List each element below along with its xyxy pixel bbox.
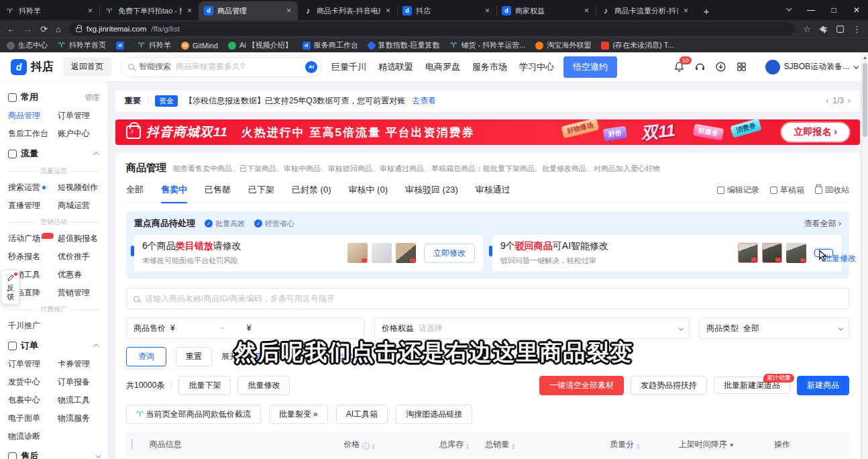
browser-tab[interactable]: ♪商品卡列表-抖音电商罗盘× — [298, 1, 397, 20]
sidebar-item-price-push[interactable]: 优价推手 — [58, 251, 99, 262]
browser-tab[interactable]: ♪商品卡流量分析-抖音电商罗盘× — [596, 1, 695, 20]
tab-off-shelf[interactable]: 已下架 — [248, 184, 274, 196]
sidebar-item-ship-center[interactable]: 发货中心 — [8, 376, 58, 388]
sidebar-item-logistics-tools[interactable]: 物流工具 — [58, 395, 99, 406]
doudian-logo[interactable]: d抖店 — [11, 59, 54, 75]
browser-tab[interactable]: ♈抖羚羊× — [0, 1, 99, 20]
sidebar-item-order-report[interactable]: 订单报备 — [58, 376, 99, 388]
col-quality[interactable]: 质量分▲▼ — [610, 439, 678, 450]
page-scrollbar[interactable]: ▲ — [861, 52, 868, 459]
wukong-invite-button[interactable]: 悟空邀约 — [563, 56, 617, 78]
ai-toolbox-button[interactable]: AI工具箱 — [336, 405, 388, 424]
product-type-select[interactable]: 商品类型 全部 — [699, 317, 849, 339]
drafts-link[interactable]: 草稿箱 — [770, 185, 804, 196]
create-product-button[interactable]: 新建商品 — [797, 376, 849, 395]
nav-link-learning[interactable]: 学习中心 — [519, 61, 554, 73]
new-tab-button[interactable]: + — [698, 2, 715, 19]
ai-search-icon[interactable]: AI — [305, 61, 317, 73]
pager-prev-icon[interactable]: ‹ — [826, 96, 828, 105]
col-stock[interactable]: 总库存▲▼ — [439, 439, 485, 450]
select-all-checkbox[interactable] — [131, 439, 133, 450]
window-menu-icon[interactable] — [777, 0, 800, 20]
bookmark-item[interactable]: (存在未读消息) T... — [601, 40, 673, 50]
sidebar-item-logistics-diagnose[interactable]: 物流诊断 — [8, 431, 58, 442]
tab-close-icon[interactable]: × — [87, 6, 94, 15]
batch-offshelf-button[interactable]: 批量下架 — [178, 376, 231, 395]
sidebar-section-traffic[interactable]: 流量 — [8, 148, 99, 160]
extensions-puzzle-icon[interactable] — [819, 25, 828, 34]
tab-sold-out[interactable]: 已售罄 — [205, 184, 231, 196]
tab-close-icon[interactable]: × — [285, 6, 292, 15]
fix-now-button[interactable]: 立即修改 — [424, 244, 475, 263]
sidebar-item-order-manage[interactable]: 订单管理 — [58, 110, 99, 121]
window-minimize-icon[interactable]: — — [800, 0, 822, 20]
pager-next-icon[interactable]: › — [848, 96, 851, 105]
sidebar-item-live-manage[interactable]: 直播管理 — [8, 200, 58, 211]
tab-banned[interactable]: 已封禁 (0) — [292, 184, 331, 196]
batch-fission-button[interactable]: 批量裂变 » — [269, 405, 328, 424]
bookmark-item[interactable]: 生态中心 — [7, 40, 48, 50]
sidebar-item-logistics-service[interactable]: 物流服务 — [58, 413, 99, 424]
forward-icon[interactable]: → — [23, 24, 32, 34]
tab-close-icon[interactable]: × — [682, 6, 690, 15]
sidebar-item-coupons[interactable]: 优惠券 — [58, 269, 99, 280]
browser-tab-active[interactable]: d商品管理× — [199, 1, 298, 20]
trend-product-button[interactable]: 发趋势品得扶持 — [631, 376, 707, 395]
bookmark-item[interactable]: 淘宝海外联盟 — [535, 40, 591, 50]
bookmark-item[interactable]: Ai 【视频介绍】 — [228, 40, 292, 50]
bookmark-item[interactable]: ♈抖羚羊首页 — [58, 40, 106, 50]
reload-icon[interactable]: ⟳ — [40, 24, 48, 34]
bookmark-star-icon[interactable]: ☆ — [803, 24, 811, 34]
customer-service-icon[interactable] — [694, 61, 706, 72]
clear-materials-button[interactable]: 一键清空全部素材 — [539, 376, 624, 395]
account-menu[interactable]: SJBOB运动装备... — [757, 60, 857, 74]
bookmark-item[interactable]: ♈抖羚羊 — [138, 40, 171, 50]
bookmark-item[interactable]: ♈铺货 - 抖羚羊运营... — [449, 40, 525, 50]
tab-all[interactable]: 全部 — [126, 184, 144, 196]
bookmark-item[interactable]: GGitMind — [181, 42, 218, 50]
sidebar-item-product-manage[interactable]: 商品管理 — [8, 110, 58, 121]
smart-search-input[interactable]: 智能搜索 商品审核需要多久? AI — [121, 57, 322, 77]
sidebar-item-package-center[interactable]: 包裹中心 — [8, 395, 58, 406]
nav-link-qianchuan[interactable]: 巨量千川 — [331, 61, 366, 73]
sidebar-item-marketing-manage[interactable]: 营销管理 — [58, 287, 99, 299]
window-maximize-icon[interactable]: □ — [822, 0, 845, 20]
tab-in-review[interactable]: 审核中 (0) — [349, 184, 388, 196]
bookmark-item[interactable]: d — [116, 42, 127, 50]
col-time[interactable]: 上架时间降序▼ — [679, 439, 774, 450]
sidebar-item-flash-sale[interactable]: 秒杀报名 — [8, 251, 58, 262]
low-price-intercept-button[interactable]: ♈当前页全部商品同款低价截流 — [126, 405, 261, 424]
sidebar-section-aftersale[interactable]: 售后 — [8, 450, 99, 459]
promo-banner[interactable]: 抖音商城双11 火热进行中 至高5倍流量 平台出资消费券 好物爆场 好价 双11… — [115, 119, 860, 145]
scroll-up-icon[interactable]: ▲ — [862, 52, 868, 60]
sidebar-item-activity-plaza[interactable]: 活动广场 — [8, 233, 58, 244]
nav-link-compass[interactable]: 电商罗盘 — [425, 61, 460, 73]
banner-signup-button[interactable]: 立即报名 › — [781, 123, 849, 142]
feedback-widget[interactable]: 反馈 — [1, 270, 19, 305]
tab-close-icon[interactable]: × — [484, 6, 491, 15]
sidebar-item-e-waybill[interactable]: 电子面单 — [8, 413, 58, 424]
browser-tab[interactable]: d商家权益× — [496, 1, 596, 20]
sidebar-item-short-video[interactable]: 短视频创作 — [58, 182, 99, 193]
sidebar-item-account-center[interactable]: 账户中心 — [58, 128, 99, 140]
product-search-input[interactable]: 请输入商品名称/商品ID/商家编码，多条可用逗号隔开 — [126, 288, 849, 309]
home-icon[interactable]: ⌂ — [56, 24, 61, 34]
notice-view-link[interactable]: 去查看 — [412, 95, 436, 107]
nav-link-alliance[interactable]: 精选联盟 — [378, 61, 413, 73]
col-price[interactable]: 价格▲▼ — [344, 439, 439, 450]
col-sales[interactable]: 总销量▲▼ — [485, 439, 610, 450]
sidebar-item-search-ops[interactable]: 搜索运营 — [8, 182, 58, 193]
tab-close-icon[interactable]: × — [583, 6, 590, 15]
sidebar-item-aftersale-workbench[interactable]: 售后工作台 — [8, 128, 58, 140]
download-icon[interactable] — [715, 61, 726, 72]
tab-approved[interactable]: 审核通过 — [476, 184, 510, 196]
browser-tab[interactable]: ♈免费下单抖拍tao - 抖羚羊运营× — [99, 1, 199, 20]
nav-link-service-market[interactable]: 服务市场 — [472, 61, 507, 73]
manage-link[interactable]: 管理 — [85, 93, 99, 103]
taosou-pick-button[interactable]: 淘搜图选品链接 — [396, 405, 472, 424]
address-bar[interactable]: fxg.jinritemai.com/ffa/g/list — [69, 22, 796, 36]
tab-on-sale[interactable]: 售卖中 — [161, 184, 187, 196]
batch-edit-button[interactable]: 批量修改 — [237, 376, 290, 395]
tab-close-icon[interactable]: × — [186, 6, 193, 15]
notification-bell-icon[interactable]: 10 — [673, 61, 685, 72]
